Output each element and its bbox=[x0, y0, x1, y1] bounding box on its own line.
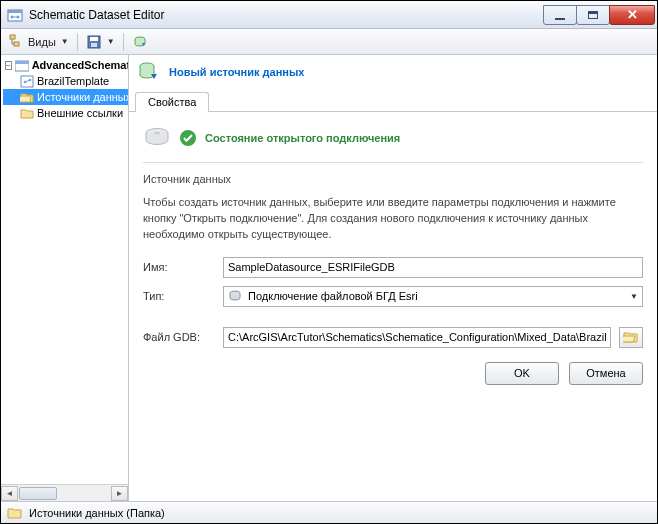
svg-rect-11 bbox=[91, 43, 97, 47]
type-value: Подключение файловой БГД Esri bbox=[248, 290, 418, 302]
tree-item-label: BrazilTemplate bbox=[37, 75, 109, 87]
svg-rect-1 bbox=[8, 10, 22, 13]
tree-root-label: AdvancedSchemati bbox=[32, 59, 129, 71]
button-row: OK Отмена bbox=[143, 362, 643, 385]
tree-item-external[interactable]: Внешние ссылки bbox=[3, 105, 128, 121]
svg-rect-14 bbox=[15, 61, 29, 64]
minimize-button[interactable] bbox=[543, 5, 577, 25]
svg-point-21 bbox=[154, 132, 160, 135]
horizontal-scrollbar[interactable]: ◄ ► bbox=[1, 484, 128, 501]
browse-button[interactable] bbox=[619, 327, 643, 348]
collapse-icon[interactable]: − bbox=[5, 61, 12, 70]
svg-rect-5 bbox=[10, 35, 15, 39]
app-icon bbox=[7, 7, 23, 23]
titlebar: Schematic Dataset Editor ✕ bbox=[1, 1, 657, 29]
folder-open-icon bbox=[623, 330, 639, 344]
cylinder-icon bbox=[228, 289, 242, 303]
import-icon bbox=[132, 34, 148, 50]
tab-properties[interactable]: Свойства bbox=[135, 92, 209, 112]
toolbar: Виды ▼ ▼ bbox=[1, 29, 657, 55]
gdb-label: Файл GDB: bbox=[143, 331, 215, 343]
chevron-down-icon: ▼ bbox=[107, 37, 115, 46]
statusbar: Источники данных (Папка) bbox=[1, 501, 657, 523]
svg-rect-6 bbox=[14, 42, 19, 46]
statusbar-text: Источники данных (Папка) bbox=[29, 507, 165, 519]
views-dropdown[interactable]: Виды ▼ bbox=[5, 32, 73, 52]
views-label: Виды bbox=[28, 36, 56, 48]
folder-icon bbox=[20, 107, 34, 120]
scroll-thumb[interactable] bbox=[19, 487, 57, 500]
name-label: Имя: bbox=[143, 261, 215, 273]
save-dropdown[interactable]: ▼ bbox=[82, 32, 119, 52]
tabstrip: Свойства bbox=[129, 91, 657, 112]
tree-item-datasources[interactable]: Источники данных bbox=[3, 89, 128, 105]
cancel-button[interactable]: Отмена bbox=[569, 362, 643, 385]
connection-status-text: Состояние открытого подключения bbox=[205, 132, 400, 144]
gdb-input[interactable] bbox=[223, 327, 611, 348]
content-header: Новый источник данных bbox=[129, 55, 657, 91]
tree-item-label: Внешние ссылки bbox=[37, 107, 123, 119]
new-datasource-link[interactable]: Новый источник данных bbox=[169, 66, 304, 78]
tree-item-template[interactable]: BrazilTemplate bbox=[3, 73, 128, 89]
name-input[interactable] bbox=[223, 257, 643, 278]
chevron-down-icon: ▼ bbox=[61, 37, 69, 46]
template-icon bbox=[20, 75, 34, 88]
save-icon bbox=[86, 34, 102, 50]
dataset-icon bbox=[15, 59, 29, 72]
tree-panel: − AdvancedSchemati BrazilTemplate Источн… bbox=[1, 55, 129, 501]
connection-status-row: Состояние открытого подключения bbox=[143, 120, 643, 163]
type-row: Тип: Подключение файловой БГД Esri ▼ bbox=[143, 286, 643, 307]
section-description: Чтобы создать источник данных, выберите … bbox=[143, 195, 643, 243]
tree-root[interactable]: − AdvancedSchemati bbox=[3, 57, 128, 73]
folder-open-icon bbox=[20, 91, 34, 104]
disk-icon bbox=[143, 124, 171, 152]
properties-panel: Состояние открытого подключения Источник… bbox=[129, 112, 657, 501]
scroll-left-button[interactable]: ◄ bbox=[1, 486, 18, 501]
svg-rect-10 bbox=[90, 37, 98, 41]
scroll-right-button[interactable]: ► bbox=[111, 486, 128, 501]
type-select[interactable]: Подключение файловой БГД Esri ▼ bbox=[223, 286, 643, 307]
check-icon bbox=[179, 129, 197, 147]
import-button[interactable] bbox=[128, 32, 152, 52]
content-panel: Новый источник данных Свойства Состояние… bbox=[129, 55, 657, 501]
folder-icon bbox=[7, 506, 23, 520]
chevron-down-icon: ▼ bbox=[630, 292, 638, 301]
window-buttons: ✕ bbox=[544, 5, 655, 25]
maximize-button[interactable] bbox=[576, 5, 610, 25]
window-title: Schematic Dataset Editor bbox=[29, 8, 544, 22]
tab-label: Свойства bbox=[148, 96, 196, 108]
ok-button[interactable]: OK bbox=[485, 362, 559, 385]
toolbar-divider bbox=[77, 33, 78, 51]
name-row: Имя: bbox=[143, 257, 643, 278]
type-label: Тип: bbox=[143, 290, 215, 302]
gdb-row: Файл GDB: bbox=[143, 327, 643, 348]
section-title: Источник данных bbox=[143, 173, 643, 185]
tree-icon bbox=[9, 34, 25, 50]
close-button[interactable]: ✕ bbox=[609, 5, 655, 25]
toolbar-divider bbox=[123, 33, 124, 51]
main-split: − AdvancedSchemati BrazilTemplate Источн… bbox=[1, 55, 657, 501]
datasource-icon bbox=[137, 61, 159, 83]
tree-item-label: Источники данных bbox=[37, 91, 129, 103]
